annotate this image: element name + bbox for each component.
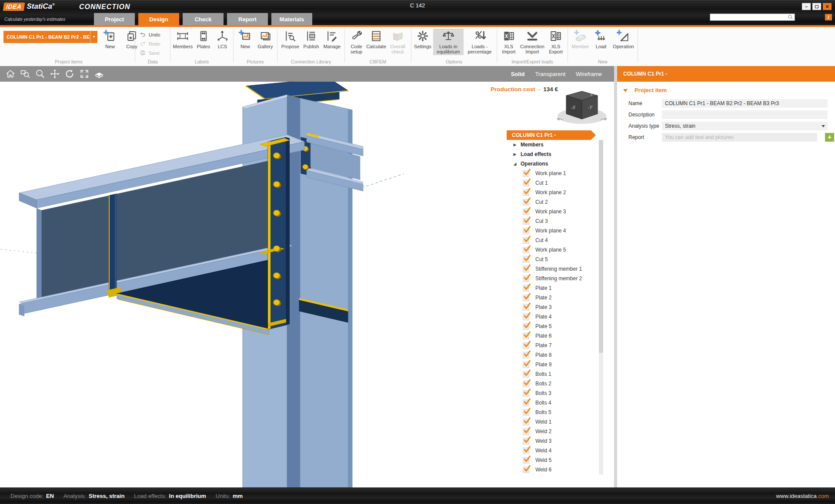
tree-item-weld-6[interactable]: Weld 6 [507,465,608,474]
checkbox-checked[interactable] [523,323,529,330]
checkbox-checked[interactable] [523,342,529,349]
tree-header[interactable]: COLUMN C1 Pr1 - [507,130,591,140]
website-link[interactable]: www.ideastatica.com [776,493,829,499]
tree-item-plate-7[interactable]: Plate 7 [507,341,608,350]
tree-item-work-plane-3[interactable]: Work plane 3 [507,207,608,216]
close-button[interactable]: ✕ [823,3,832,10]
ribbon-button-overall-check[interactable]: Overall check [385,29,410,55]
tree-item-stiffening-member-2[interactable]: Stiffening member 2 [507,274,608,283]
tree-item-bolts-1[interactable]: Bolts 1 [507,369,608,379]
name-field[interactable]: COLUMN C1 Pr1 - BEAM B2 Pr2 - BEAM B3 Pr… [662,99,828,108]
checkbox-checked[interactable] [523,180,529,186]
tree-item-plate-6[interactable]: Plate 6 [507,331,608,341]
tree-item-cut-5[interactable]: Cut 5 [507,255,608,264]
minimize-button[interactable]: – [802,3,811,10]
tree-item-weld-3[interactable]: Weld 3 [507,436,608,446]
tree-item-plate-4[interactable]: Plate 4 [507,312,608,322]
section-collapse-icon[interactable] [623,89,628,92]
checkbox-checked[interactable] [523,189,529,196]
tree-item-weld-1[interactable]: Weld 1 [507,417,608,427]
checkbox-checked[interactable] [523,333,529,339]
ribbon-button-xls-export[interactable]: XLS Export [545,29,567,55]
expanded-icon[interactable]: ◢ [512,162,518,166]
tree-item-plate-8[interactable]: Plate 8 [507,350,608,360]
checkbox-checked[interactable] [523,428,529,435]
checkbox-checked[interactable] [523,457,529,464]
chevron-down-icon[interactable]: ▾ [90,31,97,43]
tab-materials[interactable]: Materials [271,13,312,25]
checkbox-checked[interactable] [523,266,529,272]
checkbox-checked[interactable] [523,237,529,244]
tree-item-plate-2[interactable]: Plate 2 [507,293,608,302]
checkbox-checked[interactable] [523,285,529,292]
tree-item-cut-1[interactable]: Cut 1 [507,178,608,188]
tree-item-bolts-4[interactable]: Bolts 4 [507,398,608,408]
info-button[interactable]: i [825,14,832,20]
ribbon-button-plates[interactable]: Plates [194,29,213,50]
tree-item-cut-3[interactable]: Cut 3 [507,216,608,226]
tree-item-stiffening-member-1[interactable]: Stiffening member 1 [507,264,608,274]
checkbox-checked[interactable] [523,209,529,215]
tab-project[interactable]: Project [94,13,135,25]
collapsed-icon[interactable]: ▶ [512,152,518,156]
tree-item-weld-4[interactable]: Weld 4 [507,446,608,455]
ribbon-button-calculate[interactable]: Calculate [367,29,385,50]
tree-scrollbar-thumb[interactable] [599,140,603,353]
tree-category-operations[interactable]: ◢Operations [507,159,608,169]
checkbox-checked[interactable] [523,218,529,225]
ribbon-button-loads-percentage[interactable]: Loads - percentage [464,29,495,55]
checkbox-checked[interactable] [523,438,529,444]
zoom-icon[interactable] [35,69,45,79]
tree-item-plate-5[interactable]: Plate 5 [507,322,608,331]
checkbox-checked[interactable] [523,419,529,425]
checkbox-checked[interactable] [523,361,529,368]
ribbon-button-load[interactable]: Load [592,29,610,50]
clipping-box-icon[interactable] [94,69,104,79]
ribbon-button-connection-import[interactable]: Connection Import [519,29,545,55]
render-mode-wireframe[interactable]: Wireframe [576,71,602,77]
checkbox-checked[interactable] [523,390,529,397]
ribbon-button-operation[interactable]: Operation [612,29,635,50]
ribbon-button-xls-import[interactable]: XLS Import [498,29,519,55]
ribbon-button-settings[interactable]: Settings [413,29,432,50]
checkbox-checked[interactable] [523,467,529,473]
ribbon-button-member[interactable]: Member [571,29,590,50]
tree-item-work-plane-5[interactable]: Work plane 5 [507,245,608,255]
checkbox-checked[interactable] [523,304,529,311]
tree-category-load-effects[interactable]: ▶Load effects [507,149,608,159]
maximize-button[interactable] [812,3,821,10]
checkbox-checked[interactable] [523,199,529,206]
search-input[interactable] [710,14,788,20]
add-report-content-button[interactable]: + [825,133,834,142]
home-icon[interactable] [5,69,16,79]
checkbox-checked[interactable] [523,275,529,282]
checkbox-checked[interactable] [523,352,529,358]
checkbox-checked[interactable] [523,448,529,454]
ribbon-button-undo[interactable]: Undo [140,30,160,39]
tree-item-bolts-5[interactable]: Bolts 5 [507,408,608,417]
3d-viewport[interactable]: Production cost - 134 € -X -Y Z COLUMN C… [0,82,614,487]
tree-item-bolts-2[interactable]: Bolts 2 [507,379,608,388]
tree-item-weld-2[interactable]: Weld 2 [507,427,608,436]
tree-item-work-plane-2[interactable]: Work plane 2 [507,188,608,197]
rotate-icon[interactable] [64,69,75,79]
tree-item-plate-9[interactable]: Plate 9 [507,360,608,369]
checkbox-checked[interactable] [523,256,529,263]
checkbox-checked[interactable] [523,314,529,320]
ribbon-button-new[interactable]: New [236,29,254,50]
collapsed-icon[interactable]: ▶ [512,143,518,147]
analysis-type-select[interactable]: Stress, strain [662,122,828,130]
tab-design[interactable]: Design [138,13,179,25]
tree-item-bolts-3[interactable]: Bolts 3 [507,388,608,398]
tree-category-members[interactable]: ▶Members [507,140,608,149]
tree-item-plate-1[interactable]: Plate 1 [507,283,608,293]
tab-report[interactable]: Report [227,13,268,25]
search-box[interactable] [710,13,795,21]
ribbon-button-loads-in-equilibrium[interactable]: Loads in equilibrium [433,29,464,55]
ribbon-button-save[interactable]: Save [140,48,160,57]
tree-item-plate-3[interactable]: Plate 3 [507,302,608,312]
checkbox-checked[interactable] [523,295,529,301]
checkbox-checked[interactable] [523,170,529,177]
checkbox-checked[interactable] [523,228,529,234]
tree-item-weld-5[interactable]: Weld 5 [507,455,608,465]
